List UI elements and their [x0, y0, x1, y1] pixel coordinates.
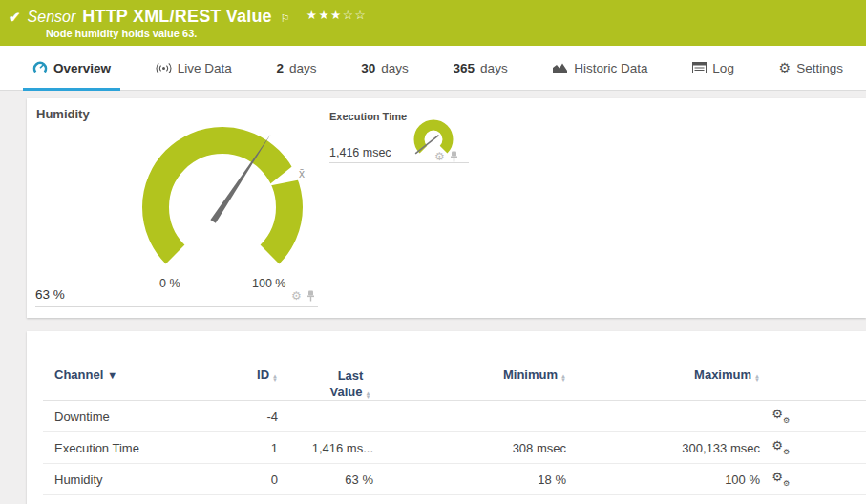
- gauge-icon: [32, 61, 48, 74]
- channel-table-panel: Channel▼ ID▲▼ Last Value▲▼ Minimum▲▼ Max…: [27, 331, 866, 504]
- channel-id: 1: [224, 441, 278, 455]
- tab-number: 365: [454, 61, 475, 75]
- gauge-settings-gear-icon[interactable]: ⚙: [434, 151, 445, 162]
- execution-time-gauge-toolbar: ⚙: [434, 151, 458, 162]
- tab-label: Settings: [796, 61, 843, 75]
- humidity-gauge-title: Humidity: [36, 107, 90, 121]
- humidity-gauge: [127, 112, 318, 303]
- channel-maximum: 300,133 msec: [566, 441, 760, 455]
- channel-minimum: 18 %: [373, 472, 566, 487]
- channel-id: -4: [224, 410, 278, 424]
- sensor-status-message: Node humidity holds value 63.: [46, 28, 866, 39]
- tab-365-days[interactable]: 365 days: [444, 46, 517, 91]
- priority-stars[interactable]: ★★★☆☆: [306, 8, 368, 22]
- channel-name: Execution Time: [54, 441, 224, 455]
- sensor-name: HTTP XML/REST Value: [82, 7, 272, 27]
- channel-table-header: Channel▼ ID▲▼ Last Value▲▼ Minimum▲▼ Max…: [43, 331, 866, 401]
- pin-icon[interactable]: [306, 290, 315, 302]
- sort-icon: ▲▼: [366, 391, 371, 399]
- pin-icon[interactable]: [450, 151, 458, 162]
- gauge-settings-gear-icon[interactable]: ⚙: [291, 290, 302, 302]
- channel-maximum: 100 %: [566, 472, 760, 487]
- broadcast-icon: [156, 62, 172, 74]
- chart-icon: [552, 62, 568, 74]
- humidity-gauge-toolbar: ⚙: [291, 290, 315, 302]
- execution-time-current-value: 1,416 msec: [329, 146, 391, 159]
- channel-name: Humidity: [54, 472, 224, 487]
- tab-log[interactable]: Log: [683, 46, 744, 91]
- table-row-downtime: Downtime -4 ⚙⚙: [43, 401, 866, 432]
- channel-last-value: 1,416 ms...: [278, 441, 373, 455]
- log-icon: [692, 62, 707, 74]
- tab-historic-data[interactable]: Historic Data: [542, 46, 657, 91]
- humidity-current-value: 63 %: [35, 287, 65, 302]
- tab-2-days[interactable]: 2 days: [267, 46, 327, 91]
- tab-number: 2: [277, 61, 285, 75]
- tab-bar: Overview Live Data 2 days 30 days 365 da…: [0, 46, 866, 91]
- flag-icon[interactable]: ⚐: [281, 12, 290, 25]
- channel-name: Downtime: [54, 410, 224, 424]
- column-header-channel[interactable]: Channel▼: [54, 368, 224, 382]
- overview-gauges-panel: Humidity 0 % 100 % 63 % x̄ ⚙ Execution T…: [27, 98, 866, 318]
- sensor-title-row: ✔ Sensor HTTP XML/REST Value ⚐ ★★★☆☆: [0, 0, 866, 27]
- tab-overview[interactable]: Overview: [23, 46, 120, 91]
- tab-label: Live Data: [178, 61, 232, 75]
- gauge-scale-min: 0 %: [159, 277, 180, 290]
- execution-time-gauge-title: Execution Time: [329, 111, 407, 122]
- channel-id: 0: [224, 472, 278, 487]
- column-header-id[interactable]: ID▲▼: [224, 368, 278, 382]
- tab-label: days: [381, 61, 409, 75]
- tab-label: days: [480, 61, 508, 75]
- status-ok-check-icon: ✔: [9, 10, 21, 24]
- tab-number: 30: [361, 61, 375, 75]
- column-header-maximum[interactable]: Maximum▲▼: [566, 368, 760, 382]
- tab-label: days: [289, 61, 317, 75]
- column-header-minimum[interactable]: Minimum▲▼: [373, 368, 566, 382]
- object-kind-label: Sensor: [28, 9, 76, 26]
- table-row-humidity: Humidity 0 63 % 18 % 100 % ⚙⚙: [43, 464, 866, 495]
- gauge-scale-max: 100 %: [252, 277, 285, 290]
- tab-label: Overview: [53, 61, 111, 75]
- tab-label: Log: [712, 61, 734, 75]
- channel-last-value: 63 %: [278, 472, 373, 487]
- gear-icon: ⚙: [779, 61, 792, 74]
- sort-desc-icon: ▼: [107, 369, 117, 381]
- table-row-execution-time: Execution Time 1 1,416 ms... 308 msec 30…: [43, 432, 866, 464]
- sort-icon: ▲▼: [754, 374, 760, 382]
- sensor-status-bar: ✔ Sensor HTTP XML/REST Value ⚐ ★★★☆☆ Nod…: [0, 0, 866, 46]
- channel-minimum: 308 msec: [373, 441, 566, 455]
- tab-live-data[interactable]: Live Data: [146, 46, 242, 91]
- tab-30-days[interactable]: 30 days: [351, 46, 418, 91]
- gauge-block-divider: [35, 306, 318, 307]
- tab-settings[interactable]: ⚙ Settings: [770, 46, 853, 91]
- gauge-block-divider: [329, 162, 469, 163]
- average-marker-symbol: x̄: [299, 167, 305, 180]
- tab-label: Historic Data: [574, 61, 647, 75]
- column-header-last-value[interactable]: Last Value▲▼: [278, 368, 373, 400]
